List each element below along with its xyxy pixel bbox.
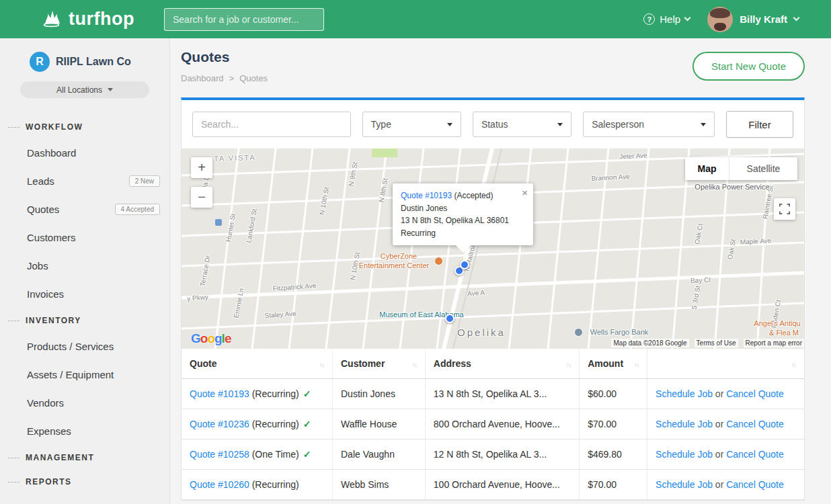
map-view-button[interactable]: Map bbox=[685, 157, 729, 180]
section-dash-icon bbox=[8, 482, 19, 482]
turfhop-splash-icon bbox=[39, 6, 63, 33]
column-label: Address bbox=[434, 358, 471, 369]
sidebar-item-quotes[interactable]: Quotes 4 Accepted bbox=[0, 195, 169, 223]
company-logo: R bbox=[30, 52, 50, 72]
breadcrumb-current: Quotes bbox=[239, 73, 268, 83]
google-logo-letter: G bbox=[191, 331, 200, 345]
terms-of-use-link[interactable]: Terms of Use bbox=[695, 339, 738, 347]
user-menu[interactable]: Billy Kraft bbox=[707, 7, 799, 32]
google-logo-letter: o bbox=[207, 331, 214, 345]
quotes-card: Type Status Salesperson Filter bbox=[181, 97, 805, 501]
map-info-window: × Quote #10193 (Accepted) Dustin Jones 1… bbox=[393, 183, 533, 245]
zoom-in-button[interactable]: + bbox=[191, 157, 212, 178]
close-icon[interactable]: × bbox=[522, 187, 528, 198]
column-label: Quote bbox=[190, 358, 216, 369]
sort-icon bbox=[566, 358, 571, 369]
company-selector[interactable]: R RIIPL Lawn Co bbox=[0, 38, 169, 72]
help-label: Help bbox=[660, 13, 680, 25]
satellite-view-button[interactable]: Satellite bbox=[729, 157, 797, 180]
map-attribution: Map data ©2018 Google Terms of Use Repor… bbox=[611, 339, 804, 347]
schedule-job-link[interactable]: Schedule Job bbox=[656, 388, 713, 399]
cancel-quote-link[interactable]: Cancel Quote bbox=[726, 419, 784, 429]
address-cell: 100 Orchard Avenue, Hoove... bbox=[425, 470, 579, 500]
zoom-out-button[interactable]: − bbox=[191, 187, 212, 208]
fullscreen-icon bbox=[779, 204, 790, 214]
quote-type: (Recurring) bbox=[252, 479, 299, 490]
column-header-amount[interactable]: Amount bbox=[580, 349, 647, 379]
column-label: Customer bbox=[341, 358, 385, 369]
salesperson-select[interactable]: Salesperson bbox=[583, 112, 715, 137]
sidebar-item-vendors[interactable]: Vendors bbox=[0, 388, 169, 417]
report-map-error-link[interactable]: Report a map error bbox=[744, 339, 804, 347]
brand-name: turfhop bbox=[69, 9, 134, 30]
quote-link[interactable]: Quote #10236 bbox=[190, 419, 249, 429]
sidebar-item-expenses[interactable]: Expenses bbox=[0, 417, 169, 445]
nav-item-label: Products / Services bbox=[27, 341, 114, 352]
type-select[interactable]: Type bbox=[362, 112, 461, 137]
page-title: Quotes bbox=[181, 49, 268, 65]
section-dash-icon bbox=[8, 127, 19, 128]
filter-button[interactable]: Filter bbox=[726, 111, 793, 138]
table-row: Quote #10193 (Recurring)✓ Dustin Jones 1… bbox=[182, 379, 804, 409]
amount-cell: $70.00 bbox=[580, 409, 647, 439]
map-marker[interactable] bbox=[460, 260, 469, 269]
cancel-quote-link[interactable]: Cancel Quote bbox=[726, 388, 784, 399]
google-logo-letter: e bbox=[225, 331, 231, 345]
column-header-customer[interactable]: Customer bbox=[333, 349, 426, 379]
map[interactable]: TA VISTA Victoria Dr Hunter St Lankford … bbox=[182, 149, 804, 349]
sidebar-item-invoices[interactable]: Invoices bbox=[0, 280, 169, 308]
main-content: Quotes Dashboard > Quotes Start New Quot… bbox=[170, 38, 831, 504]
shopping-poi-icon bbox=[434, 257, 443, 265]
sidebar-item-customers[interactable]: Customers bbox=[0, 223, 169, 251]
sidebar-item-dashboard[interactable]: Dashboard bbox=[0, 138, 169, 167]
accepted-check-icon: ✓ bbox=[303, 419, 311, 429]
info-quote-link[interactable]: Quote #10193 bbox=[401, 191, 452, 200]
sidebar-item-assets-equipment[interactable]: Assets / Equipment bbox=[0, 360, 169, 388]
cancel-quote-link[interactable]: Cancel Quote bbox=[726, 449, 784, 460]
global-search-input[interactable] bbox=[164, 8, 324, 31]
locations-dropdown[interactable]: All Locations bbox=[20, 81, 149, 98]
google-logo[interactable]: Google bbox=[191, 331, 231, 346]
info-quote-status: (Accepted) bbox=[454, 191, 493, 200]
status-select[interactable]: Status bbox=[473, 112, 571, 137]
sidebar-item-jobs[interactable]: Jobs bbox=[0, 251, 169, 280]
column-header-address[interactable]: Address bbox=[425, 349, 579, 379]
company-name: RIIPL Lawn Co bbox=[56, 56, 131, 68]
help-menu[interactable]: Help bbox=[643, 13, 690, 25]
schedule-job-link[interactable]: Schedule Job bbox=[656, 479, 713, 490]
quote-link[interactable]: Quote #10260 bbox=[190, 479, 249, 490]
nav-section-reports[interactable]: REPORTS bbox=[0, 469, 169, 493]
section-dash-icon bbox=[8, 458, 19, 458]
or-separator: or bbox=[715, 449, 723, 460]
avatar bbox=[707, 7, 733, 32]
page-header: Quotes Dashboard > Quotes Start New Quot… bbox=[181, 38, 805, 97]
street-label: Jeter Ave bbox=[619, 151, 647, 160]
map-marker[interactable] bbox=[445, 314, 454, 323]
fullscreen-button[interactable] bbox=[774, 198, 795, 220]
quotes-search-input[interactable] bbox=[192, 112, 351, 137]
quote-link[interactable]: Quote #10258 bbox=[190, 449, 249, 460]
customer-cell: Dustin Jones bbox=[333, 379, 426, 409]
sidebar-item-products-services[interactable]: Products / Services bbox=[0, 332, 169, 360]
cancel-quote-link[interactable]: Cancel Quote bbox=[726, 479, 784, 490]
sidebar-item-leads[interactable]: Leads 2 New bbox=[0, 167, 169, 195]
schedule-job-link[interactable]: Schedule Job bbox=[656, 419, 713, 429]
breadcrumb-separator: > bbox=[229, 73, 235, 83]
column-header-actions[interactable] bbox=[647, 349, 804, 379]
sort-icon bbox=[319, 358, 324, 369]
nav-section-management[interactable]: MANAGEMENT bbox=[0, 445, 169, 469]
info-frequency: Recurring bbox=[401, 227, 517, 240]
poi-label-cyberzone: Entertainment Center bbox=[359, 261, 430, 269]
filter-bar: Type Status Salesperson Filter bbox=[182, 100, 804, 149]
nav-item-label: Quotes bbox=[27, 204, 59, 215]
schedule-job-link[interactable]: Schedule Job bbox=[656, 449, 713, 460]
topbar: turfhop Help Billy Kraft bbox=[0, 0, 831, 38]
nav-item-label: Customers bbox=[27, 232, 76, 243]
start-new-quote-button[interactable]: Start New Quote bbox=[692, 52, 805, 81]
sidebar-nav: WORKFLOW Dashboard Leads 2 New Quotes 4 … bbox=[0, 114, 169, 493]
customer-cell: Dale Vaughn bbox=[333, 439, 426, 470]
quote-link[interactable]: Quote #10193 bbox=[190, 388, 249, 399]
brand-logo[interactable]: turfhop bbox=[39, 6, 134, 33]
column-header-quote[interactable]: Quote bbox=[182, 349, 333, 379]
breadcrumb-dashboard[interactable]: Dashboard bbox=[181, 73, 224, 83]
